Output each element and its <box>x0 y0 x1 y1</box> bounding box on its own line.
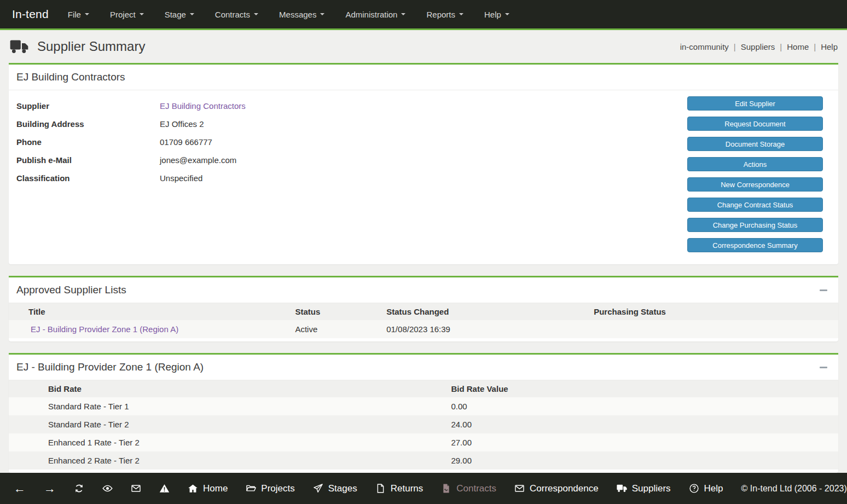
page-title: Supplier Summary <box>37 39 145 54</box>
approved-supplier-lists-table: Title Status Status Changed Purchasing S… <box>9 303 838 338</box>
file-icon <box>375 483 386 494</box>
table-row: Standard Rate - Tier 2 24.00 <box>9 415 838 433</box>
chevron-down-icon <box>505 13 509 15</box>
document-storage-button[interactable]: Document Storage <box>687 137 823 151</box>
panel-title-bid-rates: EJ - Building Provider Zone 1 (Region A) <box>16 361 204 373</box>
envelope-icon <box>514 483 525 494</box>
forward-icon[interactable]: → <box>44 483 56 495</box>
status-value: Active <box>291 320 382 338</box>
chevron-down-icon <box>401 13 405 15</box>
truck-icon <box>617 483 627 494</box>
chevron-down-icon <box>254 13 258 15</box>
menu-messages[interactable]: Messages <box>269 0 335 30</box>
table-row: Standard Rate - Tier 1 0.00 <box>9 397 838 415</box>
field-phone: Phone 01709 666777 <box>16 133 687 151</box>
footer-nav-stages[interactable]: Stages <box>313 483 357 494</box>
field-publish-email: Publish e-Mail jones@example.com <box>16 151 687 169</box>
column-header-bid-rate-value: Bid Rate Value <box>446 380 838 397</box>
footer-nav-suppliers[interactable]: Suppliers <box>617 483 671 494</box>
refresh-icon[interactable] <box>74 483 84 494</box>
bottom-toolbar: ← → Home P <box>0 473 847 504</box>
chevron-down-icon <box>320 13 324 15</box>
file-contract-icon <box>441 483 451 494</box>
minus-icon[interactable] <box>820 367 827 368</box>
column-header-status-changed: Status Changed <box>382 303 589 320</box>
menu-stage[interactable]: Stage <box>154 0 205 30</box>
menu-administration[interactable]: Administration <box>335 0 416 30</box>
column-header-title: Title <box>9 303 291 320</box>
back-icon[interactable]: ← <box>14 483 26 495</box>
field-supplier: Supplier EJ Building Contractors <box>16 97 687 115</box>
home-icon <box>188 483 198 494</box>
panel-title-supplier: EJ Building Contractors <box>16 71 125 83</box>
page-header: Supplier Summary in-community | Supplier… <box>0 30 847 63</box>
table-row: Enhanced 2 Rate - Tier 2 29.00 <box>9 451 838 470</box>
supplier-fields: Supplier EJ Building Contractors Buildin… <box>16 96 687 252</box>
footer-nav-returns[interactable]: Returns <box>375 483 424 494</box>
breadcrumb-help[interactable]: Help <box>821 42 838 51</box>
breadcrumb: in-community | Suppliers | Home | Help <box>680 42 838 51</box>
field-building-address: Building Address EJ Offices 2 <box>16 115 687 133</box>
paper-plane-icon <box>313 483 323 494</box>
app-brand: In-tend <box>3 8 57 21</box>
chevron-down-icon <box>459 13 463 15</box>
edit-supplier-button[interactable]: Edit Supplier <box>687 96 823 111</box>
menu-file[interactable]: File <box>57 0 100 30</box>
approved-list-link[interactable]: EJ - Building Provider Zone 1 (Region A) <box>31 325 178 334</box>
change-purchasing-status-button[interactable]: Change Purchasing Status <box>687 218 823 232</box>
new-correspondence-button[interactable]: New Correspondence <box>687 177 823 192</box>
menu-contracts[interactable]: Contracts <box>205 0 269 30</box>
actions-button[interactable]: Actions <box>687 157 823 171</box>
column-header-status: Status <box>291 303 382 320</box>
breadcrumb-in-community[interactable]: in-community <box>680 42 729 51</box>
table-row: Enhanced 1 Rate - Tier 2 27.00 <box>9 433 838 451</box>
supplier-link[interactable]: EJ Building Contractors <box>160 101 246 111</box>
menu-reports[interactable]: Reports <box>416 0 474 30</box>
column-header-purchasing-status: Purchasing Status <box>589 303 838 320</box>
menu-project[interactable]: Project <box>100 0 154 30</box>
panel-title-approved-lists: Approved Supplier Lists <box>16 284 126 296</box>
chevron-down-icon <box>140 13 144 15</box>
field-classification: Classification Unspecified <box>16 169 687 187</box>
folder-open-icon <box>246 483 256 494</box>
top-navbar: In-tend File Project Stage Contracts Mes… <box>0 0 847 30</box>
chevron-down-icon <box>85 13 89 15</box>
chevron-down-icon <box>190 13 194 15</box>
mail-icon[interactable] <box>131 483 141 494</box>
footer-nav-projects[interactable]: Projects <box>246 483 294 494</box>
change-contract-status-button[interactable]: Change Contract Status <box>687 198 823 212</box>
footer-nav-home[interactable]: Home <box>188 483 228 494</box>
warning-icon[interactable] <box>159 483 170 494</box>
status-changed-value: 01/08/2023 16:39 <box>382 320 589 338</box>
table-row: EJ - Building Provider Zone 1 (Region A)… <box>9 320 838 338</box>
footer-nav-help[interactable]: Help <box>689 483 723 494</box>
purchasing-status-value <box>589 320 838 338</box>
footer-nav-correspondence[interactable]: Correspondence <box>514 483 599 494</box>
breadcrumb-suppliers[interactable]: Suppliers <box>741 42 775 51</box>
copyright-text: © In-tend Ltd (2006 - 2023) <box>741 484 847 494</box>
minus-icon[interactable] <box>820 289 827 291</box>
truck-icon <box>9 39 29 54</box>
eye-icon[interactable] <box>102 483 113 494</box>
breadcrumb-home[interactable]: Home <box>787 42 809 51</box>
footer-nav-contracts[interactable]: Contracts <box>441 483 496 494</box>
bid-rates-panel: EJ - Building Provider Zone 1 (Region A)… <box>9 353 838 473</box>
action-button-column: Edit Supplier Request Document Document … <box>687 96 823 252</box>
bid-rates-table: Bid Rate Bid Rate Value Standard Rate - … <box>9 380 838 470</box>
question-circle-icon <box>689 483 699 494</box>
correspondence-summary-button[interactable]: Correspondence Summary <box>687 238 823 252</box>
menu-help[interactable]: Help <box>474 0 520 30</box>
supplier-summary-panel: EJ Building Contractors Supplier EJ Buil… <box>9 63 838 264</box>
column-header-bid-rate: Bid Rate <box>9 380 446 397</box>
request-document-button[interactable]: Request Document <box>687 117 823 131</box>
approved-supplier-lists-panel: Approved Supplier Lists Title Status Sta… <box>9 276 838 341</box>
